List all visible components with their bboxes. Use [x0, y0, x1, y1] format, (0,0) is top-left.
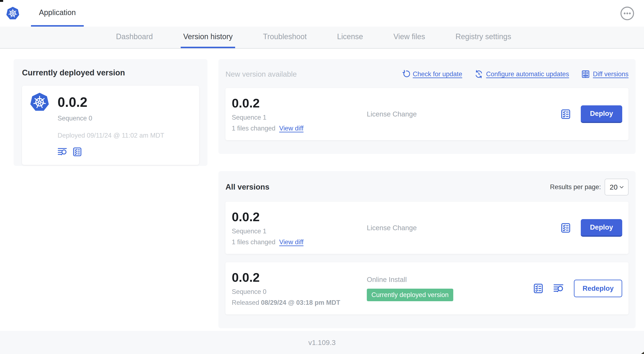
results-per-page-select[interactable]: 20: [605, 179, 628, 195]
kubernetes-logo: [30, 92, 50, 113]
version-sequence: Sequence 1: [232, 114, 367, 121]
preflight-checks-icon[interactable]: [560, 109, 571, 120]
preflight-checks-icon[interactable]: [72, 147, 82, 157]
main-content: Currently deployed version 0.0.2 Sequenc…: [0, 49, 644, 331]
deployed-version-number: 0.0.2: [58, 95, 87, 110]
deployed-timestamp: Deployed 09/11/24 @ 11:02 am MDT: [58, 132, 192, 139]
ellipsis-icon: [620, 6, 634, 21]
new-version-panel: New version available Check for update C…: [218, 59, 636, 154]
kubernetes-logo: [6, 6, 20, 21]
released-label: Released: [232, 299, 259, 306]
configure-automatic-updates-link[interactable]: Configure automatic updates: [474, 70, 569, 79]
diff-icon: [581, 70, 590, 79]
files-changed: 1 files changed: [232, 238, 276, 246]
install-type: Online Install: [367, 276, 533, 284]
results-per-page-label: Results per page:: [550, 183, 601, 191]
new-version-title: New version available: [226, 70, 297, 78]
view-diff-link[interactable]: View diff: [279, 238, 304, 246]
clock-refresh-icon: [474, 70, 483, 79]
app-tab[interactable]: Application: [31, 0, 84, 27]
all-versions-title: All versions: [226, 183, 270, 191]
deploy-logs-icon[interactable]: [553, 283, 564, 294]
diff-versions-label: Diff versions: [593, 70, 628, 78]
screen-corner-artifact: [0, 0, 3, 2]
currently-deployed-title: Currently deployed version: [22, 68, 199, 77]
deploy-button[interactable]: Deploy: [581, 105, 622, 123]
check-for-update-link[interactable]: Check for update: [401, 70, 462, 79]
section-nav: Dashboard Version history Troubleshoot L…: [0, 27, 644, 49]
deploy-button[interactable]: Deploy: [581, 219, 622, 237]
version-sequence: Sequence 1: [232, 227, 367, 235]
configure-automatic-updates-label: Configure automatic updates: [486, 70, 569, 78]
app-tab-label: Application: [39, 8, 76, 17]
all-versions-panel: All versions Results per page: 20 0.0.2 …: [218, 171, 636, 328]
check-for-update-label: Check for update: [413, 70, 462, 78]
tab-license[interactable]: License: [334, 27, 366, 48]
tab-registry-settings[interactable]: Registry settings: [453, 27, 514, 48]
version-number: 0.0.2: [232, 96, 367, 110]
chevron-down-icon: [618, 184, 625, 190]
version-number: 0.0.2: [232, 210, 367, 224]
version-row: 0.0.2 Sequence 1 1 files changed View di…: [226, 202, 628, 254]
more-options-button[interactable]: [620, 6, 634, 21]
currently-deployed-panel: Currently deployed version 0.0.2 Sequenc…: [14, 59, 208, 166]
results-per-page-value: 20: [610, 183, 618, 191]
right-column: New version available Check for update C…: [218, 59, 636, 328]
preflight-checks-icon[interactable]: [560, 222, 571, 233]
currently-deployed-badge: Currently deployed version: [367, 289, 453, 301]
deployed-sequence: Sequence 0: [58, 115, 192, 122]
released-date: 08/29/24 @ 03:18 pm MDT: [261, 299, 340, 306]
deployed-version-card: 0.0.2 Sequence 0 Deployed 09/11/24 @ 11:…: [22, 86, 199, 165]
diff-versions-link[interactable]: Diff versions: [581, 70, 628, 79]
cursor-artifact: [641, 352, 644, 354]
change-type: License Change: [367, 110, 560, 118]
change-type: License Change: [367, 224, 560, 232]
tab-dashboard[interactable]: Dashboard: [114, 27, 155, 48]
version-row: 0.0.2 Sequence 0 Released 08/29/24 @ 03:…: [226, 262, 628, 314]
version-number: 0.0.2: [232, 270, 367, 285]
tab-troubleshoot[interactable]: Troubleshoot: [260, 27, 309, 48]
refresh-icon: [401, 70, 410, 79]
app-header: Application: [0, 0, 644, 27]
preflight-checks-icon[interactable]: [533, 283, 544, 294]
console-version: v1.109.3: [308, 338, 336, 347]
view-diff-link[interactable]: View diff: [279, 125, 304, 132]
tab-view-files[interactable]: View files: [391, 27, 428, 48]
deploy-logs-icon[interactable]: [58, 147, 68, 157]
redeploy-button[interactable]: Redeploy: [574, 280, 622, 297]
tab-version-history[interactable]: Version history: [181, 27, 235, 48]
app-footer: v1.109.3: [0, 331, 644, 354]
files-changed: 1 files changed: [232, 125, 276, 132]
new-version-card: 0.0.2 Sequence 1 1 files changed View di…: [226, 88, 628, 140]
version-sequence: Sequence 0: [232, 288, 367, 295]
